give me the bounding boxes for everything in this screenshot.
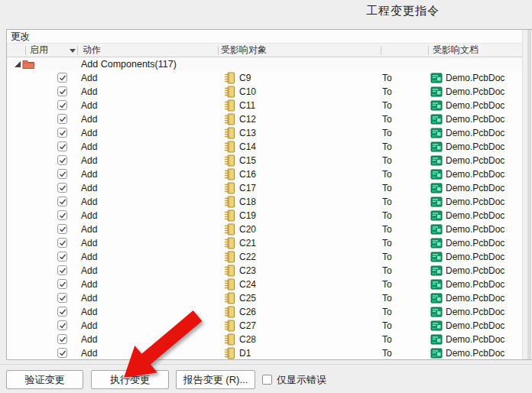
row-enable-checkbox[interactable] <box>57 100 67 110</box>
component-name: C25 <box>239 291 256 305</box>
table-row[interactable]: Add C20 To Demo.PcbDoc <box>7 222 532 236</box>
component-name: C17 <box>239 181 256 195</box>
table-row[interactable]: Add C17 To Demo.PcbDoc <box>7 181 532 195</box>
column-header-affected-document[interactable]: 受影响文档 <box>433 44 478 57</box>
pcbdoc-icon <box>430 292 443 304</box>
document-name: Demo.PcbDoc <box>446 85 504 99</box>
row-direction-label: To <box>382 140 392 154</box>
column-header-action[interactable]: 动作 <box>83 44 101 57</box>
column-header-affected-object[interactable]: 受影响对象 <box>221 44 267 57</box>
validate-changes-button[interactable]: 验证变更 <box>6 370 83 389</box>
pcbdoc-icon <box>430 209 443 222</box>
component-icon <box>223 278 235 291</box>
row-enable-checkbox[interactable] <box>57 73 67 83</box>
pcbdoc-icon <box>430 168 443 180</box>
row-direction-label: To <box>382 85 392 99</box>
table-row[interactable]: Add C19 To Demo.PcbDoc <box>7 209 532 222</box>
row-direction-label: To <box>382 278 392 291</box>
row-enable-checkbox[interactable] <box>57 224 67 234</box>
component-name: C11 <box>239 99 255 112</box>
table-row[interactable]: Add C26 To Demo.PcbDoc <box>7 305 532 319</box>
component-icon <box>223 265 235 277</box>
row-enable-checkbox[interactable] <box>57 183 67 193</box>
row-action-label: Add <box>81 250 97 264</box>
row-enable-checkbox[interactable] <box>57 169 67 179</box>
row-enable-checkbox[interactable] <box>57 334 67 344</box>
component-name: C18 <box>239 195 256 209</box>
row-enable-checkbox[interactable] <box>57 265 67 275</box>
table-row[interactable]: Add C14 To Demo.PcbDoc <box>7 140 532 154</box>
table-row[interactable]: Add C22 To Demo.PcbDoc <box>7 250 532 264</box>
row-enable-checkbox[interactable] <box>57 210 67 220</box>
tree-group-label: Add Components(117) <box>81 57 177 71</box>
checkmark-icon <box>58 128 67 138</box>
row-enable-checkbox[interactable] <box>57 320 67 330</box>
table-row[interactable]: Add C28 To Demo.PcbDoc <box>7 333 532 346</box>
component-name: C16 <box>239 167 256 181</box>
show-errors-checkbox[interactable] <box>262 375 272 385</box>
row-enable-checkbox[interactable] <box>57 279 67 289</box>
column-separator <box>77 46 78 55</box>
pcbdoc-icon <box>430 86 443 98</box>
row-enable-checkbox[interactable] <box>57 155 67 165</box>
table-row[interactable]: Add C11 To Demo.PcbDoc <box>7 99 532 112</box>
document-name: Demo.PcbDoc <box>446 305 504 319</box>
checkmark-icon <box>58 115 67 124</box>
table-row[interactable]: Add C15 To Demo.PcbDoc <box>7 154 532 167</box>
row-action-label: Add <box>81 264 97 278</box>
component-name: C28 <box>239 333 256 346</box>
component-name: D1 <box>239 346 251 360</box>
row-enable-checkbox[interactable] <box>57 86 67 96</box>
component-name: C10 <box>239 85 256 99</box>
row-enable-checkbox[interactable] <box>57 307 67 317</box>
row-enable-checkbox[interactable] <box>57 238 67 248</box>
component-icon <box>223 141 235 153</box>
document-name: Demo.PcbDoc <box>446 222 504 236</box>
pcbdoc-icon <box>430 223 443 235</box>
row-enable-checkbox[interactable] <box>57 128 67 138</box>
tree-group-row[interactable]: Add Components(117) <box>7 57 532 71</box>
table-row[interactable]: Add D1 To Demo.PcbDoc <box>7 346 532 360</box>
row-action-label: Add <box>81 291 97 305</box>
row-action-label: Add <box>81 181 97 195</box>
row-enable-checkbox[interactable] <box>57 293 67 303</box>
table-row[interactable]: Add C23 To Demo.PcbDoc <box>7 264 532 278</box>
component-name: C24 <box>239 278 256 291</box>
column-header-enable[interactable]: 启用 <box>30 44 48 57</box>
table-row[interactable]: Add C18 To Demo.PcbDoc <box>7 195 532 209</box>
component-name: C27 <box>239 319 256 333</box>
table-row[interactable]: Add C27 To Demo.PcbDoc <box>7 319 532 333</box>
row-enable-checkbox[interactable] <box>57 348 67 358</box>
row-direction-label: To <box>382 126 392 140</box>
column-separator <box>428 46 429 55</box>
table-row[interactable]: Add C24 To Demo.PcbDoc <box>7 278 532 291</box>
column-header-row: 启用 动作 受影响对象 受影响文档 <box>7 44 532 57</box>
row-direction-label: To <box>382 195 392 209</box>
report-changes-button[interactable]: 报告变更 (R)... <box>176 370 255 389</box>
expand-triangle-icon[interactable] <box>14 60 21 68</box>
row-enable-checkbox[interactable] <box>57 141 67 151</box>
row-enable-checkbox[interactable] <box>57 252 67 261</box>
row-action-label: Add <box>81 167 97 181</box>
checkmark-icon <box>58 321 67 330</box>
table-row[interactable]: Add C25 To Demo.PcbDoc <box>7 291 532 305</box>
pcbdoc-icon <box>430 113 443 125</box>
row-enable-checkbox[interactable] <box>57 196 67 206</box>
component-name: C12 <box>239 112 256 126</box>
folder-icon <box>22 58 35 70</box>
table-row[interactable]: Add C21 To Demo.PcbDoc <box>7 236 532 250</box>
enable-filter-dropdown-icon[interactable] <box>70 49 76 53</box>
table-row[interactable]: Add C12 To Demo.PcbDoc <box>7 112 532 126</box>
vertical-scrollbar[interactable] <box>522 30 532 359</box>
column-separator <box>218 46 219 55</box>
checkmark-icon <box>58 266 67 275</box>
execute-changes-button[interactable]: 执行变更 <box>91 370 169 389</box>
table-row[interactable]: Add C16 To Demo.PcbDoc <box>7 167 532 181</box>
component-name: C19 <box>239 209 256 222</box>
table-row[interactable]: Add C9 To Demo.PcbDoc <box>7 71 532 85</box>
table-row[interactable]: Add C10 To Demo.PcbDoc <box>7 85 532 99</box>
table-row[interactable]: Add C13 To Demo.PcbDoc <box>7 126 532 140</box>
row-enable-checkbox[interactable] <box>57 114 67 124</box>
scrollbar-thumb[interactable] <box>527 30 531 359</box>
component-name: C26 <box>239 305 256 319</box>
